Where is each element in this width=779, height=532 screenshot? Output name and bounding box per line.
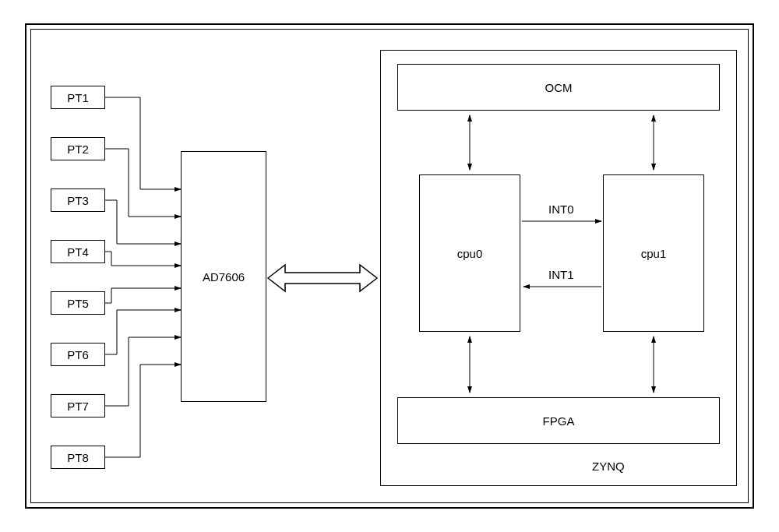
zynq-connectors: [31, 30, 748, 497]
int0-label: INT0: [548, 203, 574, 216]
outer-frame: PT1 PT2 PT3 PT4 PT5 PT6 PT7 PT8 AD7606: [25, 23, 754, 509]
int1-label: INT1: [548, 268, 574, 281]
inner-frame: PT1 PT2 PT3 PT4 PT5 PT6 PT7 PT8 AD7606: [30, 29, 749, 503]
